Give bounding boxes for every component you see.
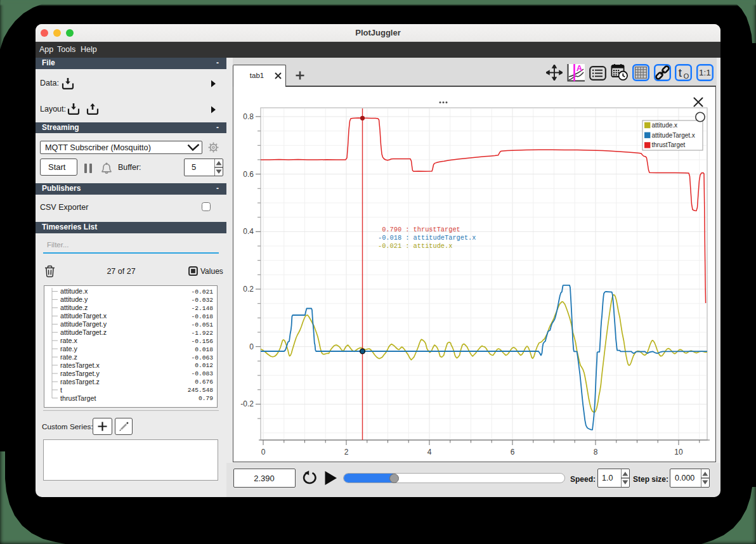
svg-text:0.2: 0.2: [243, 285, 254, 294]
svg-text:0.790 : thrustTarget: 0.790 : thrustTarget: [378, 226, 460, 233]
svg-text:A: A: [577, 64, 583, 73]
svg-text:1:1: 1:1: [699, 68, 711, 77]
svg-text:ratesTarget.x: ratesTarget.x: [60, 361, 100, 369]
svg-text:ratesTarget.z: ratesTarget.z: [60, 378, 100, 385]
svg-text:-0.156: -0.156: [191, 338, 213, 345]
svg-text:-0.021 : attitude.x: -0.021 : attitude.x: [378, 242, 452, 250]
svg-text:attitudeTarget.z: attitudeTarget.z: [60, 328, 107, 336]
svg-text:0.676: 0.676: [195, 379, 213, 385]
svg-text:2: 2: [344, 448, 349, 457]
svg-text:-0.051: -0.051: [191, 321, 213, 328]
svg-text:attitudeTarget.y: attitudeTarget.y: [60, 320, 107, 328]
svg-text:attitudeTarget.x: attitudeTarget.x: [60, 312, 107, 320]
svg-text:10: 10: [674, 448, 683, 457]
svg-text:-0.021: -0.021: [191, 288, 213, 295]
svg-text:0: 0: [261, 448, 266, 457]
svg-text:4: 4: [427, 448, 432, 457]
svg-text:-1.922: -1.922: [191, 330, 213, 337]
svg-text:thrustTarget: thrustTarget: [652, 141, 686, 148]
svg-text:t: t: [60, 386, 62, 394]
svg-text:attitude.x: attitude.x: [652, 122, 678, 129]
svg-text:0.6: 0.6: [243, 170, 254, 179]
svg-text:6: 6: [511, 448, 515, 457]
svg-text:attitudeTarget.x: attitudeTarget.x: [652, 132, 695, 139]
svg-text:0: 0: [249, 342, 254, 351]
svg-text:thrustTarget: thrustTarget: [60, 394, 96, 402]
svg-text:attitude.y: attitude.y: [60, 295, 88, 303]
svg-text:-0.083: -0.083: [191, 370, 213, 377]
svg-text:rate.y: rate.y: [60, 345, 77, 353]
svg-text:0.018: 0.018: [195, 346, 213, 353]
svg-text:0.4: 0.4: [243, 227, 254, 236]
svg-text:rate.z: rate.z: [60, 353, 77, 361]
svg-text:rate.x: rate.x: [60, 337, 77, 344]
svg-text:O: O: [684, 72, 689, 80]
svg-text:attitude.x: attitude.x: [60, 287, 88, 295]
svg-text:245.548: 245.548: [188, 387, 214, 394]
svg-text:ratesTarget.y: ratesTarget.y: [60, 370, 100, 377]
svg-text:-0.018: -0.018: [191, 313, 213, 320]
svg-text:0.012: 0.012: [195, 362, 213, 369]
svg-text:8: 8: [594, 448, 598, 457]
svg-text:attitude.z: attitude.z: [60, 304, 88, 311]
svg-text:-0.018 : attitudeTarget.x: -0.018 : attitudeTarget.x: [378, 234, 476, 242]
svg-text:t: t: [679, 66, 682, 79]
svg-text:0.79: 0.79: [199, 395, 213, 402]
svg-text:-0.2: -0.2: [240, 399, 254, 408]
svg-text:-2.148: -2.148: [191, 305, 213, 312]
svg-text:0.8: 0.8: [243, 112, 254, 121]
svg-text:-0.063: -0.063: [191, 354, 213, 361]
svg-text:-0.032: -0.032: [191, 297, 213, 304]
